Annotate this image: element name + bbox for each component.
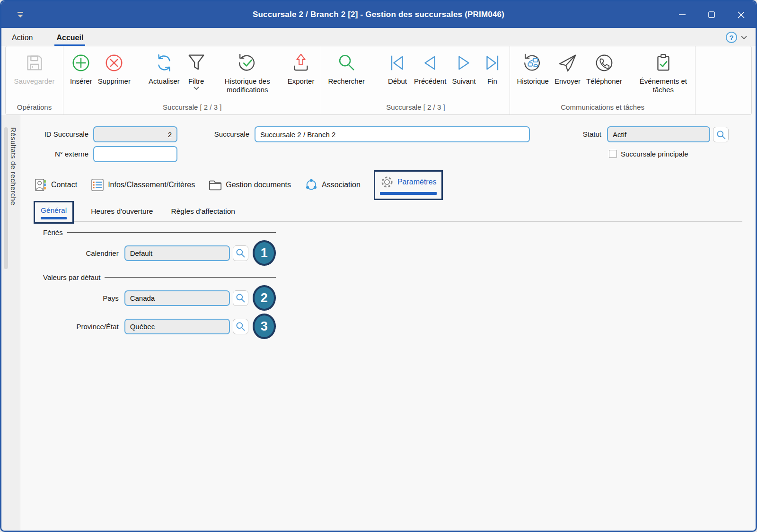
refresh-arrows-icon [153, 50, 175, 76]
subtab-heures-ouverture[interactable]: Heures d'ouverture [90, 202, 154, 221]
gear-icon [380, 175, 394, 189]
pays-label: Pays [34, 294, 124, 302]
ribbon-group-label: Opérations [9, 101, 59, 114]
tab-contact[interactable]: Contact [34, 178, 77, 192]
change-history-button[interactable]: Historique des modifications [210, 50, 285, 94]
subtab-general[interactable]: Général [41, 206, 67, 215]
ribbon-group-label: Succursale [ 2 / 3 ] [325, 101, 506, 114]
succursale-principale-option: Succursale principale [609, 150, 688, 158]
statut-field[interactable] [607, 126, 710, 142]
first-record-button[interactable]: Début [384, 50, 411, 86]
section-divider [105, 277, 276, 278]
province-etat-label: Province/État [34, 323, 124, 331]
tab-gestion-documents[interactable]: Gestion documents [208, 178, 291, 192]
save-label: Sauvegarder [14, 77, 55, 86]
pays-field[interactable] [124, 290, 230, 306]
main-panel: ID Succursale Succursale Statut N° exter… [20, 115, 756, 531]
delete-button[interactable]: Supprimer [95, 50, 133, 86]
calendrier-label: Calendrier [34, 249, 124, 257]
person-card-icon [34, 178, 48, 192]
id-succursale-label: ID Succursale [34, 126, 88, 142]
province-etat-lookup-button[interactable] [233, 319, 248, 334]
section-feries: Fériés [34, 228, 276, 236]
filter-dropdown-chevron-icon [194, 87, 199, 90]
help-icon[interactable]: ? [726, 32, 737, 43]
help-chevron-down-icon[interactable] [741, 35, 747, 40]
magnifier-icon [235, 293, 246, 303]
calendrier-lookup-button[interactable] [233, 245, 248, 261]
filter-button[interactable]: Filtre [183, 50, 210, 90]
section-valeurs-par-defaut: Valeurs par défaut [34, 273, 276, 281]
titlebar: Succursale 2 / Branch 2 [2] - Gestion de… [1, 1, 756, 28]
calendrier-row: Calendrier 1 [34, 240, 276, 266]
app-menu-icon[interactable] [16, 10, 25, 19]
magnifier-icon [716, 130, 726, 140]
window-controls [668, 1, 756, 28]
next-record-button[interactable]: Suivant [449, 50, 478, 86]
close-button[interactable] [726, 1, 756, 28]
succursale-principale-checkbox[interactable] [609, 150, 617, 158]
history-sync-icon [522, 50, 544, 76]
paper-plane-icon [556, 50, 578, 76]
subtab-regles-affectation[interactable]: Règles d'affectation [170, 202, 236, 221]
subtab-general-annotation-box: Général [34, 201, 74, 224]
tab-infos-classement-criteres[interactable]: Infos/Classement/Critères [90, 178, 195, 192]
network-circle-icon [304, 178, 318, 192]
previous-record-button[interactable]: Précédent [411, 50, 449, 86]
succursale-name-field[interactable] [255, 126, 530, 142]
annotation-marker-3: 3 [253, 314, 276, 339]
menu-tab-action[interactable]: Action [10, 31, 35, 46]
save-button[interactable]: Sauvegarder [11, 50, 58, 86]
events-tasks-button[interactable]: Événements et tâches [635, 50, 691, 94]
panel-handle[interactable] [4, 127, 8, 269]
funnel-icon [185, 50, 207, 76]
magnifier-icon [235, 321, 246, 331]
folder-icon [208, 178, 222, 192]
menubar-right: ? [726, 32, 747, 46]
history-button[interactable]: Historique [514, 50, 552, 86]
annotation-marker-2: 2 [253, 285, 276, 311]
skip-to-start-icon [387, 50, 408, 76]
pays-row: Pays 2 [34, 285, 276, 311]
statut-label: Statut [558, 126, 601, 142]
pays-lookup-button[interactable] [233, 290, 248, 306]
succursale-principale-label: Succursale principale [621, 150, 688, 158]
tab-parametres-annotation-box: Paramètres [374, 170, 443, 200]
triangle-left-icon [419, 50, 441, 76]
maximize-button[interactable] [697, 1, 726, 28]
search-button[interactable]: Rechercher [325, 50, 368, 86]
insert-button[interactable]: Insérer [67, 50, 95, 86]
general-tab-content: Fériés Calendrier 1 Valeurs par défaut [34, 228, 276, 339]
id-succursale-field[interactable] [93, 126, 177, 142]
last-record-button[interactable]: Fin [478, 50, 506, 86]
send-button[interactable]: Envoyer [552, 50, 583, 86]
annotation-marker-1: 1 [253, 240, 276, 266]
skip-to-end-icon [481, 50, 503, 76]
refresh-button[interactable]: Actualiser [146, 50, 183, 86]
clipboard-check-icon [652, 50, 674, 76]
active-tab-underline [380, 192, 437, 195]
province-etat-field[interactable] [124, 319, 230, 334]
menu-tab-accueil[interactable]: Accueil [54, 31, 85, 46]
active-subtab-underline [41, 217, 67, 219]
content-area: Résultats de recherche ID Succursale Suc… [1, 115, 756, 531]
minimize-icon [678, 10, 687, 19]
ribbon-group-operations: Sauvegarder Opérations [6, 46, 63, 114]
numero-externe-field[interactable] [93, 146, 177, 162]
tab-association[interactable]: Association [304, 178, 361, 192]
search-results-label[interactable]: Résultats de recherche [9, 127, 18, 531]
province-etat-row: Province/État 3 [34, 314, 276, 339]
search-icon [335, 50, 357, 76]
statut-lookup-button[interactable] [713, 127, 729, 142]
calendrier-field[interactable] [124, 245, 230, 261]
tab-parametres[interactable]: Paramètres [380, 175, 437, 189]
search-results-panel: Résultats de recherche [1, 115, 20, 531]
floppy-disk-icon [24, 50, 45, 76]
minimize-button[interactable] [668, 1, 697, 28]
plus-circle-icon [70, 50, 92, 76]
app-window: Succursale 2 / Branch 2 [2] - Gestion de… [0, 0, 757, 532]
triangle-right-icon [453, 50, 475, 76]
phone-button[interactable]: Téléphoner [583, 50, 625, 86]
export-button[interactable]: Exporter [285, 50, 317, 86]
history-check-icon [237, 50, 258, 76]
